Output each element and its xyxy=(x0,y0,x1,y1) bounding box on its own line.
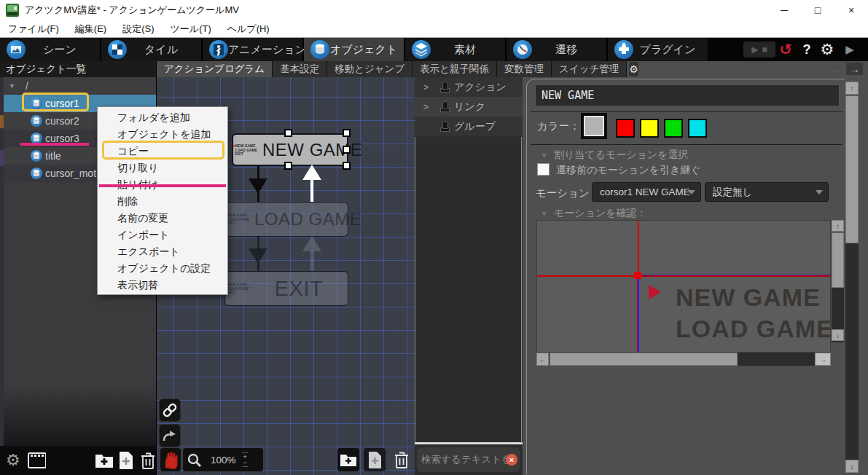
inherit-motion-checkbox[interactable] xyxy=(537,163,550,176)
menu-add-folder[interactable]: フォルダを追加 xyxy=(98,109,227,126)
scroll-up-icon[interactable]: ↑ xyxy=(845,82,859,95)
main-tab-bar: シーン タイル アニメーション オブジェクト 素材 遷移 プラグイン xyxy=(0,38,868,61)
stop-icon[interactable]: ■ xyxy=(762,44,767,55)
subtab-display-parent[interactable]: 表示と親子関係 xyxy=(413,61,497,77)
assign-motion-section[interactable]: ▼ 割り当てるモーションを選択 xyxy=(540,149,689,162)
scroll-thumb[interactable] xyxy=(550,353,738,366)
add-folder-icon[interactable] xyxy=(94,451,114,470)
subtab-move-jump[interactable]: 移動とジャンプ xyxy=(327,61,413,77)
row-action[interactable]: > アクション xyxy=(415,77,523,97)
menu-toggle-display[interactable]: 表示切替 xyxy=(98,277,227,294)
color-swatch-cyan[interactable] xyxy=(688,119,707,138)
run-icon[interactable]: ▶ xyxy=(841,38,859,61)
node-new-game[interactable]: NEW GAME LOAD GAME EXIT NEW GAME xyxy=(232,133,348,166)
row-group[interactable]: グループ xyxy=(415,117,523,136)
canvas-add-folder-button[interactable] xyxy=(337,448,359,471)
help-icon[interactable]: ? xyxy=(799,38,815,61)
menu-cut[interactable]: 切り取り xyxy=(98,160,227,176)
menu-delete[interactable]: 削除 xyxy=(98,193,227,210)
object-list-toolbar: ⚙ xyxy=(0,446,156,475)
menu-help[interactable]: ヘルプ(H) xyxy=(219,20,278,37)
motion-dropdown-2[interactable]: 設定無し xyxy=(705,182,829,202)
motion-preview[interactable]: NEW GAME LOAD GAME EXIT xyxy=(536,220,831,353)
menu-object-settings[interactable]: オブジェクトの設定 xyxy=(98,260,227,277)
collapse-triangle-icon[interactable]: ▼ xyxy=(9,82,15,90)
tab-tile[interactable]: タイル xyxy=(101,38,203,61)
node-load-game[interactable]: NEW GAME LOAD GAME EXIT LOAD GAME xyxy=(224,202,348,237)
confirm-motion-section[interactable]: ▼ モーションを確認： xyxy=(540,207,647,220)
node-exit[interactable]: NEW GAME LOAD GAME EXIT EXIT xyxy=(224,271,348,306)
preview-vscrollbar[interactable]: ↑ ↓ xyxy=(832,220,844,342)
trash-icon[interactable] xyxy=(139,451,156,471)
resize-handle[interactable] xyxy=(284,162,292,170)
menu-file[interactable]: ファイル(F) xyxy=(0,20,67,37)
tab-plugin[interactable]: プラグイン xyxy=(608,38,709,61)
tab-animation[interactable]: アニメーション xyxy=(203,38,304,61)
annotation-underline-paste xyxy=(99,184,226,187)
menu-import[interactable]: インポート xyxy=(98,227,227,243)
add-object-icon[interactable] xyxy=(117,450,134,471)
resize-handle[interactable] xyxy=(343,129,351,137)
subtab-gear-icon[interactable]: ⚙ xyxy=(629,62,638,76)
gear-icon[interactable]: ⚙ xyxy=(818,38,837,61)
subtab-basic-settings[interactable]: 基本設定 xyxy=(273,61,327,77)
canvas-add-page-button[interactable] xyxy=(364,448,386,471)
scroll-down-icon[interactable]: ↓ xyxy=(832,329,844,341)
panel-vscrollbar[interactable]: ↑ ↓ xyxy=(845,82,859,473)
nav-back-icon[interactable]: ← xyxy=(831,63,842,75)
subtab-switches[interactable]: スイッチ管理 xyxy=(552,61,627,77)
motion-name-field[interactable]: NEW GAME xyxy=(535,85,840,106)
zoom-level-value[interactable]: 100% xyxy=(211,455,236,466)
scroll-left-icon[interactable]: ← xyxy=(536,353,549,366)
color-swatch-red[interactable] xyxy=(616,119,635,138)
scroll-thumb[interactable] xyxy=(845,95,859,243)
play-icon[interactable]: ▶ xyxy=(751,44,758,55)
tab-material[interactable]: 素材 xyxy=(405,38,507,61)
color-swatch-gray[interactable] xyxy=(581,113,607,139)
section-collapse-icon[interactable]: ▼ xyxy=(540,151,548,160)
expand-chevron-icon[interactable]: > xyxy=(423,82,434,93)
menu-rename[interactable]: 名前の変更 xyxy=(98,210,227,227)
clear-search-icon[interactable]: × xyxy=(506,454,517,466)
row-link[interactable]: > リンク xyxy=(415,97,523,117)
menu-tools[interactable]: ツール(T) xyxy=(163,20,219,37)
resize-handle[interactable] xyxy=(343,162,351,170)
resize-handle[interactable] xyxy=(343,146,351,154)
preview-hscrollbar[interactable]: ← → xyxy=(536,353,831,366)
color-swatch-yellow[interactable] xyxy=(640,119,659,138)
search-input[interactable]: 検索するテキストを × xyxy=(417,447,520,472)
link-tool-button[interactable] xyxy=(159,399,181,422)
close-button[interactable]: × xyxy=(834,0,868,20)
redo-tool-button[interactable] xyxy=(159,424,181,447)
scroll-down-icon[interactable]: ↓ xyxy=(845,460,859,473)
menu-settings[interactable]: 設定(S) xyxy=(114,20,162,37)
scroll-thumb[interactable] xyxy=(832,232,844,288)
menu-export[interactable]: エクスポート xyxy=(98,243,227,260)
app-icon xyxy=(6,4,19,17)
tab-transition[interactable]: 遷移 xyxy=(507,38,608,61)
expand-chevron-icon[interactable]: > xyxy=(423,102,434,112)
minimize-button[interactable]: ─ xyxy=(767,0,801,20)
nav-forward-icon[interactable]: → xyxy=(846,63,863,75)
tab-scene[interactable]: シーン xyxy=(0,38,101,61)
resize-handle[interactable] xyxy=(284,129,292,137)
maximize-button[interactable]: □ xyxy=(801,0,834,20)
section-collapse-icon[interactable]: ▼ xyxy=(540,209,548,218)
subtab-variables[interactable]: 変数管理 xyxy=(497,61,552,77)
pan-tool-button[interactable] xyxy=(160,448,181,471)
scroll-right-icon[interactable]: → xyxy=(815,353,831,366)
canvas-trash-icon[interactable] xyxy=(393,450,410,470)
motion-dropdown[interactable]: corsor1 NEW GAME xyxy=(592,182,701,202)
tab-object[interactable]: オブジェクト xyxy=(304,38,405,61)
link-arrow-up-dim[interactable] xyxy=(310,251,313,271)
scroll-up-icon[interactable]: ↑ xyxy=(832,220,844,232)
animation-frames-icon[interactable] xyxy=(28,452,46,468)
magnifier-icon[interactable] xyxy=(187,452,202,468)
color-swatch-green[interactable] xyxy=(664,119,683,138)
zoom-stepper[interactable]: +− xyxy=(242,452,249,467)
undo-icon[interactable]: ↺ xyxy=(777,38,794,61)
menu-edit[interactable]: 編集(E) xyxy=(67,20,114,37)
subtab-action-program[interactable]: アクションプログラム xyxy=(157,61,273,77)
link-arrow-up[interactable] xyxy=(310,179,313,202)
settings-gear-icon[interactable]: ⚙ xyxy=(6,451,20,470)
